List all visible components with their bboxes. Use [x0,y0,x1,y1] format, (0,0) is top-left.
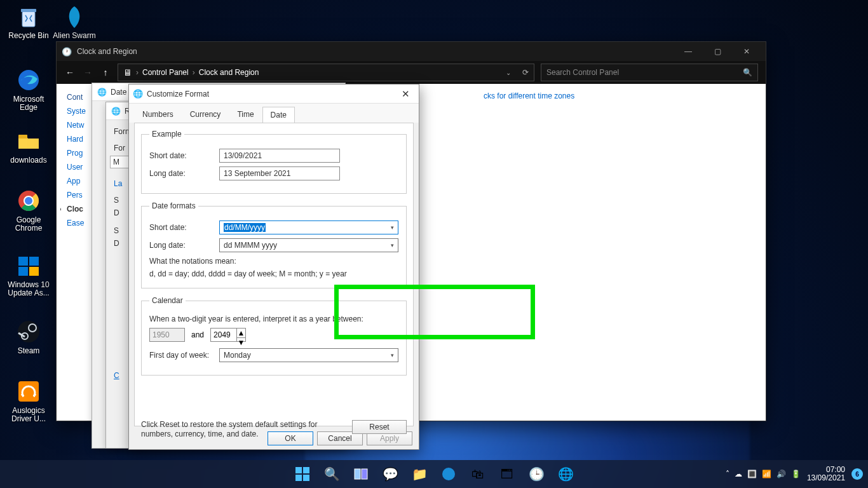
tab-currency[interactable]: Currency [182,106,229,123]
folder-icon [16,128,41,154]
field-label: Long date: [149,241,219,250]
short-date-format-combo[interactable]: dd/MM/yyyy▾ [219,220,398,234]
desktop-icon-alien-swarm[interactable]: Alien Swarm [50,4,99,40]
notification-badge[interactable]: 6 [851,468,863,480]
chrome-icon [16,188,41,214]
svg-rect-22 [362,469,367,479]
svg-rect-10 [29,257,39,266]
group-legend: Date formats [149,201,198,210]
long-date-example: 13 September 2021 [219,166,340,180]
taskbar-edge[interactable] [436,461,461,487]
link-language-prefs[interactable]: La [114,179,122,188]
breadcrumb-item[interactable]: Clock and Region [199,68,259,77]
start-button[interactable] [290,461,315,487]
taskbar-store[interactable]: 🛍 [465,461,491,487]
tray-wifi-icon[interactable]: 📶 [762,470,771,478]
notation-text: d, dd = day; ddd, dddd = day of week; M … [149,269,398,279]
svg-rect-21 [355,469,360,479]
tray-volume-icon[interactable]: 🔊 [776,470,786,478]
desktop-icon-label: Windows 10 Update As... [4,281,53,297]
alien-swarm-icon [62,4,87,29]
svg-point-23 [442,468,455,480]
globe-icon: 🌐 [97,88,107,97]
svg-rect-9 [18,257,28,266]
spin-down[interactable]: ▼ [237,338,245,347]
link-clocks-timezones[interactable]: cks for different time zones [484,92,574,100]
tab-time[interactable]: Time [229,106,262,123]
tab-strip: Numbers Currency Time Date [129,104,419,123]
and-label: and [191,330,204,339]
minimize-button[interactable]: — [674,43,702,60]
first-day-of-week-combo[interactable]: Monday▾ [219,348,398,362]
tab-numbers[interactable]: Numbers [134,106,182,123]
globe-icon: 🌐 [111,107,121,116]
desktop-icon-auslogics[interactable]: Auslogics Driver U... [4,379,53,423]
group-calendar: Calendar When a two-digit year is entere… [141,296,407,376]
taskbar-chat[interactable]: 💬 [377,461,403,487]
clock-icon: 🕐 [62,47,72,57]
nav-up-button[interactable]: ↑ [100,67,111,78]
breadcrumb[interactable]: 🖥 › Control Panel › Clock and Region ⌄ ⟳ [118,64,534,81]
chevron-down-icon[interactable]: ⌄ [506,69,511,76]
taskbar-search[interactable]: 🔍 [319,461,344,487]
desktop-icon-edge[interactable]: Microsoft Edge [4,67,53,112]
desktop-icon-downloads[interactable]: downloads [4,128,53,165]
spin-up[interactable]: ▲ [237,329,245,338]
reset-note: Click Reset to restore the system defaul… [141,420,344,439]
dialog-title: Customize Format [147,90,209,98]
desktop-icon-chrome[interactable]: Google Chrome [4,188,53,233]
desktop-icon-label: Alien Swarm [53,32,95,40]
year-to-input[interactable]: 2049 ▲▼ [210,328,246,342]
edge-icon [16,67,41,93]
field-label: First day of week: [149,351,219,360]
tab-date[interactable]: Date [262,107,295,123]
tray-power-icon[interactable]: 🔋 [791,470,801,478]
taskbar-settings-time[interactable]: 🕒 [524,461,549,487]
chevron-down-icon: ▾ [391,352,394,358]
desktop-icon-steam[interactable]: Steam [4,319,53,355]
steam-icon [16,319,41,344]
search-icon: 🔍 [743,68,752,77]
desktop-icon-label: Google Chrome [4,216,53,233]
maximize-button[interactable]: ▢ [703,43,731,60]
group-date-formats: Date formats Short date: dd/MM/yyyy▾ Lon… [141,201,407,288]
tray-battery-icon[interactable]: 🔳 [747,470,757,478]
taskbar-app[interactable]: 🗔 [494,461,520,487]
taskbar-clock[interactable]: 07:00 13/09/2021 [807,466,845,482]
taskbar-task-view[interactable] [348,461,374,487]
short-date-example: 13/09/2021 [219,149,340,163]
breadcrumb-item[interactable]: Control Panel [142,68,189,77]
close-button[interactable]: ✕ [733,43,761,60]
nav-back-button[interactable]: ← [64,67,76,78]
desktop-icon-label: Microsoft Edge [4,95,53,112]
tray-onedrive-icon[interactable]: ☁ [735,470,742,478]
desktop-icon-recycle-bin[interactable]: Recycle Bin [4,4,53,40]
two-digit-year-label: When a two-digit year is entered, interp… [149,314,398,324]
search-input[interactable]: Search Control Panel 🔍 [541,64,758,81]
windows-update-icon [16,253,41,278]
desktop-icon-label: Recycle Bin [8,32,48,40]
long-date-format-combo[interactable]: dd MMMM yyyy▾ [219,238,398,252]
svg-rect-18 [303,467,309,473]
desktop-icon-label: Auslogics Driver U... [4,407,53,423]
chevron-down-icon: ▾ [391,224,394,231]
svg-rect-3 [18,135,27,139]
refresh-button[interactable]: ⟳ [522,68,529,77]
link-additional[interactable]: C [114,371,119,380]
taskbar-explorer[interactable]: 📁 [407,461,432,487]
chevron-down-icon: ▾ [391,242,394,248]
nav-forward-button[interactable]: → [82,67,93,78]
svg-rect-17 [295,467,302,473]
taskbar-region[interactable]: 🌐 [553,461,578,487]
close-button[interactable]: ✕ [396,88,415,100]
reset-button[interactable]: Reset [352,420,407,434]
notation-heading: What the notations mean: [149,256,398,266]
year-from-input: 1950 [149,328,185,342]
desktop-icon-win10-update[interactable]: Windows 10 Update As... [4,253,53,297]
tray-chevron-icon[interactable]: ˄ [726,470,729,478]
recycle-bin-icon [16,4,41,29]
group-example: Example Short date: 13/09/2021 Long date… [141,130,407,194]
field-label: Short date: [149,151,219,160]
desktop-icon-label: Steam [18,347,40,355]
field-label: Short date: [149,223,219,232]
